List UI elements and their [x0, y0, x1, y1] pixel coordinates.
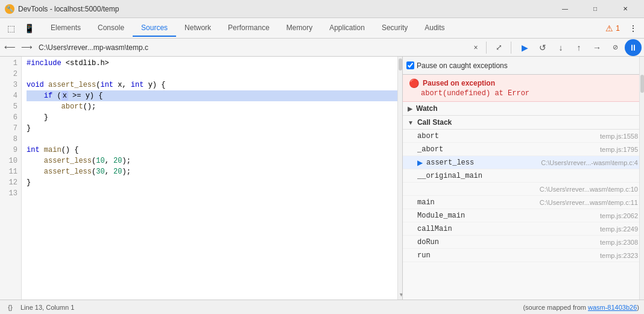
code-content[interactable]: #include <stdlib.h> void assert_less(int… — [22, 57, 397, 300]
stack-item[interactable]: run temp.js:2323 — [403, 249, 644, 262]
pause-on-exception-button[interactable]: ⏸ — [625, 39, 642, 56]
right-panel-scrollbar[interactable] — [639, 57, 644, 300]
line-num: 8 — [0, 134, 17, 145]
code-line-current: if (x >= y) { — [27, 90, 397, 101]
stack-item[interactable]: main C:\Users\rrever...wasm\temp.c:11 — [403, 196, 644, 209]
exception-icon: 🔴 — [409, 78, 419, 88]
line-num: 13 — [0, 188, 17, 199]
step-over-button[interactable]: ↺ — [534, 39, 551, 56]
tab-application[interactable]: Application — [321, 20, 373, 37]
editor-scrollbar[interactable]: ▼ — [397, 57, 402, 300]
deactivate-breakpoints-button[interactable]: ⊘ — [607, 39, 623, 56]
stack-item[interactable]: __original_main — [403, 169, 644, 183]
line-num: 5 — [0, 101, 17, 112]
tab-security[interactable]: Security — [373, 20, 416, 37]
right-scrollbar-thumb[interactable] — [640, 75, 644, 93]
tab-network[interactable]: Network — [176, 20, 219, 37]
stack-item[interactable]: callMain temp.js:2249 — [403, 222, 644, 236]
code-area[interactable]: 1 2 3 4 5 6 7 8 9 10 11 12 13 #include <… — [0, 57, 402, 300]
maximize-button[interactable]: □ — [581, 0, 609, 18]
line-num: 9 — [0, 145, 17, 155]
warning-badge: ⚠ 1 — [605, 24, 620, 33]
navigate-forward-button[interactable]: ⟶ — [19, 40, 34, 55]
window-title: DevTools - localhost:5000/temp — [18, 5, 551, 13]
stack-item[interactable]: abort temp.js:1558 — [403, 130, 644, 143]
code-line: void assert_less(int x, int y) { — [27, 80, 397, 90]
secondary-toolbar: ⟵ ⟶ C:\Users\rrever...mp-wasm\temp.c × ⤢… — [0, 39, 644, 57]
step-into-button[interactable]: ↓ — [552, 39, 569, 56]
line-num: 4 — [0, 90, 17, 101]
stack-fn-name: run — [417, 251, 600, 260]
stack-fn-name: assert_less — [426, 159, 541, 167]
statusbar: {} Line 13, Column 1 (source mapped from… — [0, 300, 644, 314]
watch-section-header[interactable]: Watch — [403, 102, 644, 116]
format-icon[interactable]: {} — [5, 302, 16, 313]
source-map-close: ) — [637, 304, 639, 311]
navigate-back-button[interactable]: ⟵ — [2, 40, 17, 55]
right-panel: Pause on caught exceptions 🔴 Paused on e… — [403, 57, 644, 300]
inspect-element-button[interactable]: ⬚ — [2, 20, 19, 37]
stack-location: temp.js:2062 — [600, 212, 638, 219]
line-numbers: 1 2 3 4 5 6 7 8 9 10 11 12 13 — [0, 57, 22, 300]
stack-active-arrow-icon: ▶ — [417, 159, 423, 167]
exception-message: abort(undefined) at Error — [409, 89, 638, 98]
stack-fn-name: callMain — [417, 225, 600, 233]
pause-on-exceptions-text: Pause on caught exceptions — [417, 61, 508, 70]
line-num: 3 — [0, 80, 17, 90]
stack-location: temp.js:1558 — [600, 133, 638, 140]
expand-button[interactable]: ⤢ — [491, 40, 506, 55]
more-options-button[interactable]: ⋮ — [625, 20, 642, 37]
resume-button[interactable]: ▶ — [516, 39, 533, 56]
stack-location: temp.js:2323 — [600, 252, 638, 259]
tab-performance[interactable]: Performance — [219, 20, 278, 37]
tab-console[interactable]: Console — [89, 20, 133, 37]
call-stack: abort temp.js:1558 _abort temp.js:1795 ▶… — [403, 130, 644, 300]
file-path: C:\Users\rrever...mp-wasm\temp.c — [36, 43, 468, 52]
stack-item-active[interactable]: ▶ assert_less C:\Users\rrever...-wasm\te… — [403, 156, 644, 169]
line-num: 11 — [0, 166, 17, 177]
debug-buttons: ▶ ↺ ↓ ↑ → ⊘ ⏸ — [516, 39, 642, 56]
pause-on-exceptions-checkbox[interactable] — [406, 61, 414, 69]
tab-memory[interactable]: Memory — [278, 20, 321, 37]
stack-item[interactable]: _abort temp.js:1795 — [403, 143, 644, 156]
stack-location: temp.js:2249 — [600, 225, 638, 233]
watch-section-label: Watch — [416, 104, 438, 113]
stack-location: C:\Users\rrever...-wasm\temp.c:4 — [541, 159, 638, 166]
main-content: 1 2 3 4 5 6 7 8 9 10 11 12 13 #include <… — [0, 57, 644, 300]
stack-item[interactable]: doRun temp.js:2308 — [403, 236, 644, 249]
stack-location: C:\Users\rrever...wasm\temp.c:10 — [540, 186, 638, 193]
warning-icon: ⚠ — [605, 24, 613, 33]
close-button[interactable]: ✕ — [611, 0, 639, 18]
pause-on-exceptions-label[interactable]: Pause on caught exceptions — [406, 61, 640, 70]
scrollbar-thumb[interactable] — [399, 58, 402, 71]
source-map-link[interactable]: wasm-81403b26 — [588, 304, 637, 311]
stack-item[interactable]: Module_main temp.js:2062 — [403, 209, 644, 222]
tab-audits[interactable]: Audits — [416, 20, 453, 37]
stack-location: temp.js:1795 — [600, 146, 638, 153]
step-button[interactable]: → — [589, 39, 605, 56]
code-line — [27, 134, 397, 145]
nav-icons: ⬚ 📱 — [2, 20, 37, 37]
callstack-section-label: Call Stack — [417, 118, 452, 127]
step-out-button[interactable]: ↑ — [570, 39, 587, 56]
line-num: 2 — [0, 69, 17, 80]
line-num: 7 — [0, 123, 17, 134]
devtools-icon: 🔧 — [5, 4, 14, 14]
device-toolbar-button[interactable]: 📱 — [21, 20, 37, 37]
tab-elements[interactable]: Elements — [42, 20, 89, 37]
stack-fn-name: _abort — [417, 145, 600, 154]
scroll-arrow-down[interactable]: ▼ — [399, 292, 402, 298]
stack-location: C:\Users\rrever...wasm\temp.c:11 — [540, 199, 638, 206]
code-line: assert_less(10, 20); — [27, 155, 397, 166]
close-file-button[interactable]: × — [470, 42, 481, 53]
stack-location: temp.js:2308 — [600, 239, 638, 246]
callstack-section-header[interactable]: Call Stack — [403, 116, 644, 130]
code-line: assert_less(30, 20); — [27, 166, 397, 177]
cursor-position: Line 13, Column 1 — [21, 304, 74, 311]
stack-item[interactable]: C:\Users\rrever...wasm\temp.c:10 — [403, 183, 644, 196]
window-controls: — □ ✕ — [551, 0, 639, 18]
tab-sources[interactable]: Sources — [133, 20, 176, 37]
debug-toolbar: Pause on caught exceptions — [403, 57, 644, 75]
minimize-button[interactable]: — — [551, 0, 579, 18]
code-line: } — [27, 112, 397, 123]
